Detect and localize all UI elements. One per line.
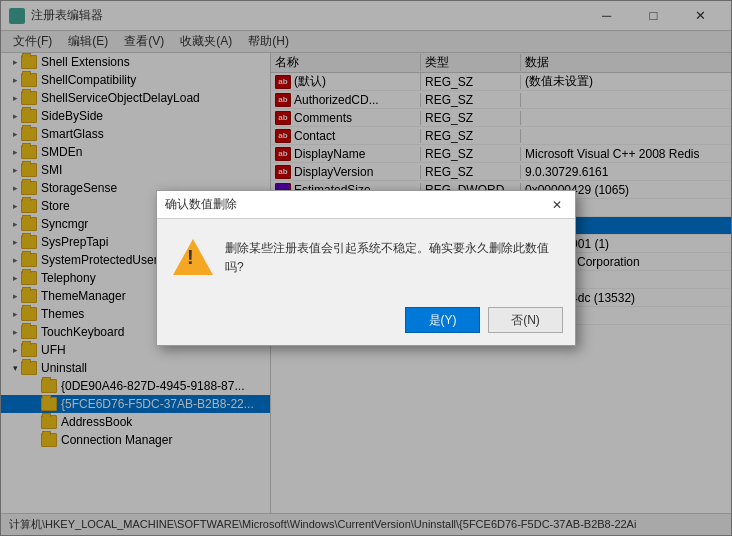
- dialog-overlay: 确认数值删除 ✕ 删除某些注册表值会引起系统不稳定。确实要永久删除此数值吗? 是…: [0, 0, 732, 536]
- dialog-titlebar: 确认数值删除 ✕: [157, 191, 575, 219]
- dialog-body: 删除某些注册表值会引起系统不稳定。确实要永久删除此数值吗?: [157, 219, 575, 299]
- warning-triangle: [173, 239, 213, 275]
- confirm-dialog: 确认数值删除 ✕ 删除某些注册表值会引起系统不稳定。确实要永久删除此数值吗? 是…: [156, 190, 576, 346]
- yes-button[interactable]: 是(Y): [405, 307, 480, 333]
- dialog-close-button[interactable]: ✕: [547, 195, 567, 215]
- no-button[interactable]: 否(N): [488, 307, 563, 333]
- dialog-message: 删除某些注册表值会引起系统不稳定。确实要永久删除此数值吗?: [225, 239, 559, 277]
- dialog-buttons: 是(Y) 否(N): [157, 299, 575, 345]
- warning-icon: [173, 239, 213, 279]
- dialog-title: 确认数值删除: [165, 196, 547, 213]
